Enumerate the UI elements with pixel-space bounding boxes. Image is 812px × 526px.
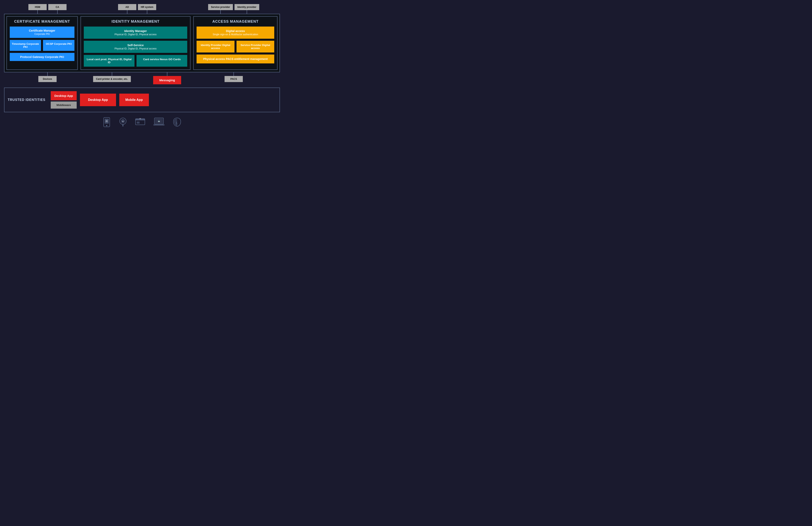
mobile-id-icon: ID bbox=[103, 117, 111, 129]
ad-box: AD bbox=[118, 4, 136, 10]
svg-point-2 bbox=[106, 125, 107, 126]
card-printer-box: Card printer & encoder, etc. bbox=[93, 76, 131, 82]
identity-manager-sub: Physical ID, Digital ID, Physical access bbox=[114, 33, 156, 36]
identity-manager-box: Identity Manager Physical ID, Digital ID… bbox=[84, 27, 187, 39]
physical-access-box: Physical access PACS entitlement managem… bbox=[197, 55, 274, 63]
identity-provider-box: Identity provider bbox=[234, 4, 259, 10]
self-service-sub: Physical ID, Digital ID, Physical access bbox=[114, 47, 156, 50]
card-service-box: Card service Nexus GO Cards bbox=[136, 55, 187, 67]
identity-manager-title: Identity Manager bbox=[124, 29, 147, 33]
svg-rect-10 bbox=[137, 122, 140, 124]
hr-box: HR system bbox=[138, 4, 156, 10]
identity-section: IDENTITY MANAGEMENT Identity Manager Phy… bbox=[81, 16, 190, 70]
svg-text:●: ● bbox=[122, 120, 123, 122]
id-provider-box: Identity Provider Digital access bbox=[197, 41, 234, 52]
desktop-app-small: Desktop App bbox=[51, 91, 77, 100]
cert-manager-title: Certificate Manager bbox=[29, 29, 55, 32]
ca-box: CA bbox=[48, 4, 67, 10]
laptop-icon: 💻 bbox=[153, 117, 164, 129]
cert-section: CERTIFICATE MANAGEMENT Certificate Manag… bbox=[6, 16, 78, 70]
ca-box-wrapper: CA bbox=[48, 4, 67, 14]
trusted-section: TRUSTED IDENTITIES Desktop App Middlewar… bbox=[4, 88, 280, 112]
digital-access-sub: Single sign-on & Multifactor authenticat… bbox=[213, 33, 258, 36]
mobile-app-box: Mobile App bbox=[119, 94, 149, 106]
devices-box: Devices bbox=[38, 76, 57, 82]
hr-box-wrapper: HR system bbox=[138, 4, 156, 14]
cert-row2: Timestamp Corporate PKI OCSP Corporate P… bbox=[10, 40, 74, 51]
token-icon: ● bbox=[119, 117, 127, 129]
identity-row3: Local card prod. Physical ID, Digital ID… bbox=[84, 55, 187, 67]
svg-text:ID: ID bbox=[106, 120, 108, 122]
main-sections-container: CERTIFICATE MANAGEMENT Certificate Manag… bbox=[4, 14, 280, 72]
fingerprint-icon bbox=[173, 117, 182, 129]
cert-manager-box: Certificate Manager Corporate PKI bbox=[10, 27, 74, 38]
local-card-box: Local card prod. Physical ID, Digital ID bbox=[84, 55, 134, 67]
ip-box-wrapper: Identity provider bbox=[234, 4, 259, 14]
cert-manager-sub: Corporate PKI bbox=[34, 33, 50, 35]
icons-row: ID ● ID 💻 bbox=[4, 114, 280, 130]
cert-title: CERTIFICATE MANAGEMENT bbox=[10, 19, 74, 24]
middleware-box: Middleware bbox=[51, 102, 77, 109]
digital-access-box: Digital access Single sign-on & Multifac… bbox=[197, 27, 274, 39]
desktop-stack: Desktop App Middleware bbox=[51, 91, 77, 109]
ocsp-box: OCSP Corporate PKI bbox=[43, 40, 74, 51]
svg-text:💻: 💻 bbox=[158, 120, 160, 122]
pacs-box: PACS bbox=[224, 76, 243, 82]
s-provider-box: Service Provider Digital access bbox=[236, 41, 274, 52]
ad-box-wrapper: AD bbox=[118, 4, 136, 14]
service-provider-box: Service provider bbox=[208, 4, 233, 10]
identity-title: IDENTITY MANAGEMENT bbox=[84, 19, 187, 24]
svg-text:ID: ID bbox=[139, 118, 141, 119]
main-layout: HSM CA AD HR system Service provider bbox=[4, 4, 280, 130]
hsm-box-wrapper: HSM bbox=[28, 4, 47, 14]
svg-rect-6 bbox=[122, 124, 123, 126]
gateway-box: Protocol Gateway Corporate PKI bbox=[10, 53, 74, 61]
svg-rect-14 bbox=[153, 124, 164, 125]
sp-box-wrapper: Service provider bbox=[208, 4, 233, 14]
self-service-box: Self-Service Physical ID, Digital ID, Ph… bbox=[84, 41, 187, 53]
messaging-box: Messaging bbox=[153, 76, 181, 84]
desktop-app-large: Desktop App bbox=[80, 94, 116, 106]
access-row2: Identity Provider Digital access Service… bbox=[197, 41, 274, 52]
digital-access-title: Digital access bbox=[226, 29, 245, 33]
self-service-title: Self-Service bbox=[127, 44, 144, 47]
timestamp-box: Timestamp Corporate PKI bbox=[10, 40, 41, 51]
three-column-layout: CERTIFICATE MANAGEMENT Certificate Manag… bbox=[6, 16, 277, 70]
card-printer-connector: Card printer & encoder, etc. bbox=[93, 72, 131, 82]
access-section: ACCESS MANAGEMENT Digital access Single … bbox=[193, 16, 277, 70]
devices-connector: Devices bbox=[38, 72, 57, 84]
trusted-label: TRUSTED IDENTITIES bbox=[8, 98, 45, 102]
hsm-box: HSM bbox=[28, 4, 47, 10]
messaging-connector: Messaging bbox=[153, 72, 181, 84]
access-title: ACCESS MANAGEMENT bbox=[197, 19, 274, 24]
pacs-connector: PACS bbox=[224, 72, 243, 84]
card-icon: ID bbox=[135, 117, 145, 129]
